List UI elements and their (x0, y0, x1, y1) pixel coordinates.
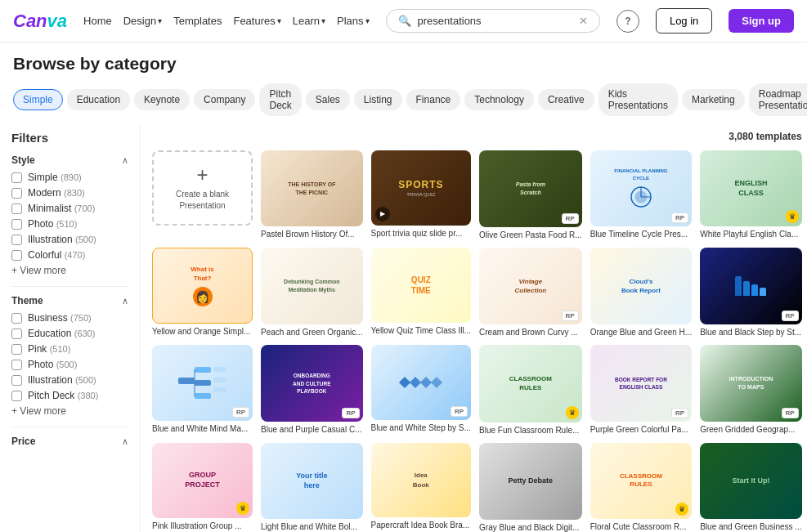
create-blank-card[interactable]: + Create a blank Presentation (152, 150, 253, 239)
template-card[interactable]: VintageCollection RP Cream and Brown Cur… (479, 248, 582, 337)
style-modern-item[interactable]: Modern (830) (11, 187, 128, 199)
theme-section-header: Theme ∧ (11, 295, 128, 306)
style-minimalist-item[interactable]: Minimalist (700) (11, 203, 128, 214)
template-card[interactable]: FINANCIAL PLANNINGCYCLE RP (590, 150, 693, 239)
theme-view-more[interactable]: + View more (11, 405, 128, 417)
page-title-section: Browse by category (0, 42, 807, 78)
nav-design[interactable]: Design▾ (123, 15, 162, 27)
card-label: Yellow and Orange Simpl... (152, 327, 253, 336)
card-label: Pink Illustration Group ... (152, 521, 253, 530)
nav-templates[interactable]: Templates (173, 15, 222, 27)
tab-pitch-deck[interactable]: Pitch Deck (259, 83, 301, 116)
template-card[interactable]: What isThat? 👩 Yellow and Orange Simpl..… (152, 248, 253, 337)
template-card[interactable]: RP Blue and White Step by S... (371, 345, 471, 434)
tab-roadmap-presentations[interactable]: Roadmap Presentations (749, 83, 807, 116)
header: Canva Home Design▾ Templates Features▾ L… (0, 0, 807, 42)
template-grid: + Create a blank Presentation THE HISTOR… (152, 150, 802, 532)
template-card[interactable]: Debunking CommonMeditation Myths Peach a… (261, 248, 363, 337)
template-card[interactable]: IdeaBook Papercraft Idea Book Bra... (371, 443, 471, 532)
theme-illustration-label: Illustration (500) (28, 374, 96, 386)
template-card[interactable]: GROUPPROJECT ♛ Pink Illustration Group .… (152, 443, 253, 532)
template-card[interactable]: CLASSROOMRULES ♛ Blue Fun Classroom Rule… (479, 345, 582, 434)
theme-education-checkbox[interactable] (11, 329, 22, 339)
search-input[interactable] (418, 15, 572, 27)
template-count: 3,080 templates (729, 131, 801, 142)
template-card[interactable]: Petty Debate Gray Blue and Black Digit..… (479, 443, 582, 532)
tab-keynote[interactable]: Keynote (134, 89, 190, 110)
card-label: Blue and White Mind Ma... (152, 424, 253, 433)
style-minimalist-checkbox[interactable] (11, 203, 22, 214)
theme-pink-checkbox[interactable] (11, 344, 22, 355)
style-filter-section: Style ∧ Simple (890) Modern (830) Minima… (11, 154, 128, 276)
main-layout: Filters Style ∧ Simple (890) Modern (830… (0, 124, 807, 532)
theme-pitchdeck-item[interactable]: Pitch Deck (380) (11, 390, 128, 401)
style-photo-item[interactable]: Photo (510) (11, 218, 128, 230)
tab-marketing[interactable]: Marketing (682, 89, 745, 110)
theme-photo-item[interactable]: Photo (500) (11, 359, 128, 370)
theme-collapse-icon[interactable]: ∧ (122, 296, 128, 306)
template-card[interactable]: QUIZTIME Yellow Quiz Time Class Ill... (371, 248, 471, 337)
card-label: Cream and Brown Curvy ... (479, 328, 582, 337)
style-colorful-item[interactable]: Colorful (470) (11, 249, 128, 261)
help-button[interactable]: ? (616, 10, 639, 33)
template-card[interactable]: Your titlehere Light Blue and White Bol.… (261, 443, 363, 532)
tab-finance[interactable]: Finance (406, 89, 461, 110)
card-label: Olive Green Pasta Food R... (479, 230, 582, 239)
tab-technology[interactable]: Technology (464, 89, 534, 110)
clear-search-icon[interactable]: ✕ (579, 15, 588, 27)
template-card[interactable]: Cloud'sBook Report Orange Blue and Green… (590, 248, 693, 337)
tab-kids-presentations[interactable]: Kids Presentations (599, 83, 678, 116)
template-card[interactable]: RP Blue and White Mind Ma... (152, 345, 253, 434)
theme-section-title: Theme (11, 295, 43, 306)
style-simple-checkbox[interactable] (11, 172, 22, 183)
nav-plans[interactable]: Plans▾ (337, 15, 370, 27)
theme-education-item[interactable]: Education (630) (11, 328, 128, 339)
template-card[interactable]: SPORTS TRIVIA QUIZ ▶ Sport trivia quiz s… (371, 150, 471, 239)
template-card[interactable]: RP Blue and Black Step by St... (700, 248, 802, 337)
card-label: Blue and White Step by S... (371, 423, 471, 432)
theme-illustration-item[interactable]: Illustration (500) (11, 374, 128, 386)
template-card[interactable]: ENGLISHCLASS ♛ White Playful English Cla… (700, 150, 802, 239)
logo[interactable]: Canva (13, 11, 67, 32)
style-illustration-item[interactable]: Illustration (500) (11, 234, 128, 245)
template-card[interactable]: INTRODUCTIONTO MAPS RP Green Gridded Geo… (700, 345, 802, 434)
template-card[interactable]: Pasta fromScratch RP Olive Green Pasta F… (479, 150, 582, 239)
template-card[interactable]: CLASSROOMRULES ♛ Floral Cute Classroom R… (590, 443, 693, 532)
template-card[interactable]: ONBOARDINGAND CULTUREPLAYBOOK RP Blue an… (261, 345, 363, 434)
style-view-more[interactable]: + View more (11, 265, 128, 276)
theme-business-item[interactable]: Business (750) (11, 312, 128, 324)
card-label: Orange Blue and Green H... (590, 328, 693, 337)
theme-photo-label: Photo (500) (28, 359, 77, 370)
theme-business-checkbox[interactable] (11, 313, 22, 324)
style-simple-item[interactable]: Simple (890) (11, 172, 128, 183)
nav-learn[interactable]: Learn▾ (293, 15, 325, 27)
theme-business-label: Business (750) (28, 312, 92, 324)
theme-pink-label: Pink (510) (28, 343, 70, 355)
theme-photo-checkbox[interactable] (11, 360, 22, 370)
tab-simple[interactable]: Simple (13, 89, 63, 110)
style-collapse-icon[interactable]: ∧ (122, 155, 128, 166)
nav-features[interactable]: Features▾ (233, 15, 280, 27)
main-nav: Home Design▾ Templates Features▾ Learn▾ … (83, 15, 370, 27)
tab-education[interactable]: Education (67, 89, 130, 110)
theme-pitchdeck-label: Pitch Deck (380) (28, 390, 98, 401)
template-card[interactable]: BOOK REPORT FORENGLISH CLASS RP Purple G… (590, 345, 693, 434)
style-illustration-checkbox[interactable] (11, 235, 22, 245)
theme-pitchdeck-checkbox[interactable] (11, 391, 22, 401)
card-label: Purple Green Colorful Pa... (590, 425, 693, 434)
price-collapse-icon[interactable]: ∧ (122, 436, 128, 447)
template-card[interactable]: Start It Up! Blue and Green Business ... (700, 443, 802, 532)
style-photo-checkbox[interactable] (11, 219, 22, 230)
tab-sales[interactable]: Sales (306, 89, 350, 110)
tab-company[interactable]: Company (194, 89, 255, 110)
tab-creative[interactable]: Creative (538, 89, 594, 110)
signup-button[interactable]: Sign up (729, 9, 794, 33)
login-button[interactable]: Log in (656, 8, 712, 34)
tab-listing[interactable]: Listing (354, 89, 402, 110)
theme-illustration-checkbox[interactable] (11, 375, 22, 386)
style-colorful-checkbox[interactable] (11, 250, 22, 261)
style-modern-checkbox[interactable] (11, 188, 22, 199)
nav-home[interactable]: Home (83, 15, 112, 27)
template-card[interactable]: THE HISTORY OFTHE PICNIC Pastel Brown Hi… (261, 150, 363, 239)
theme-pink-item[interactable]: Pink (510) (11, 343, 128, 355)
